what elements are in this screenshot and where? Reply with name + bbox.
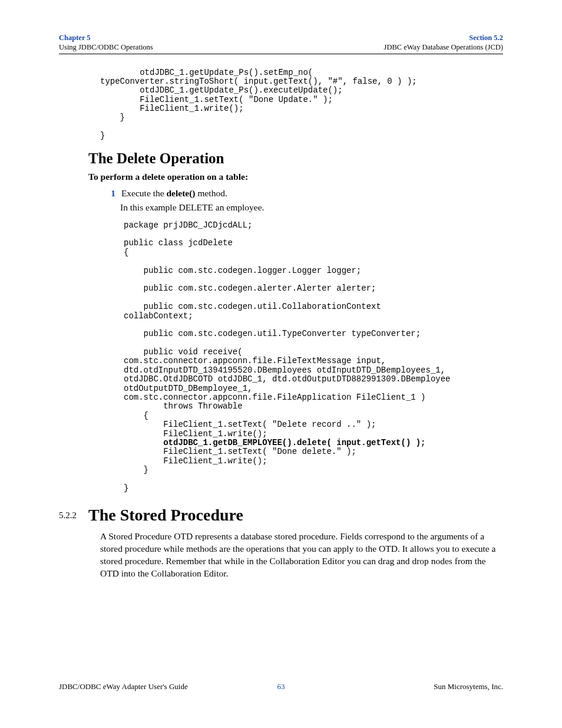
code-delete: package prjJDBC_JCDjcdALL; public class … (124, 221, 503, 493)
delete-subtitle: To perform a delete operation on a table… (88, 172, 503, 182)
chapter-subtitle: Using JDBC/ODBC Operations (59, 42, 153, 52)
step-subtext: In this example DELETE an employee. (120, 202, 503, 213)
section-subtitle: JDBC eWay Database Operations (JCD) (384, 42, 503, 52)
chapter-label: Chapter 5 (59, 33, 153, 42)
heading-stored-procedure: 5.2.2The Stored Procedure (59, 506, 503, 525)
footer-page-number: 63 (277, 682, 285, 691)
section-label: Section 5.2 (384, 33, 503, 42)
footer-right: Sun Microsytems, Inc. (434, 682, 503, 691)
step-number: 1 (106, 188, 115, 199)
heading-delete-operation: The Delete Operation (88, 150, 503, 167)
header-left: Chapter 5 Using JDBC/ODBC Operations (59, 33, 153, 52)
page-footer: JDBC/ODBC eWay Adapter User's Guide 63 S… (59, 682, 503, 691)
footer-left: JDBC/ODBC eWay Adapter User's Guide (59, 682, 188, 691)
step-1: 1 Execute the delete() method. (106, 188, 503, 199)
stored-procedure-paragraph: A Stored Procedure OTD represents a data… (100, 531, 503, 580)
step-text: Execute the delete() method. (121, 188, 227, 198)
heading-text: The Stored Procedure (88, 506, 243, 524)
section-number: 5.2.2 (59, 510, 88, 521)
header-right: Section 5.2 JDBC eWay Database Operation… (384, 33, 503, 52)
page-header: Chapter 5 Using JDBC/ODBC Operations Sec… (59, 33, 503, 54)
code-update-tail: otdJDBC_1.getUpdate_Ps().setEmp_no( type… (100, 68, 503, 141)
